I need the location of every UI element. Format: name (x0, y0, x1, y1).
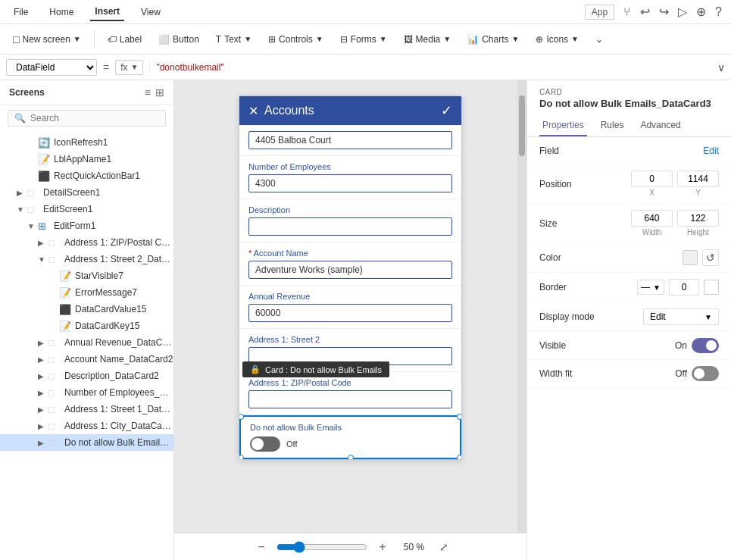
tree-item-editform1[interactable]: ▼ ⊞ EditForm1 (0, 217, 173, 234)
tree-item-annualrevenue[interactable]: ▶ □ Annual Revenue_DataCard2 (0, 334, 173, 351)
tree-chevron: ▶ (38, 339, 48, 347)
icons-button[interactable]: ⊕ Icons ▼ (529, 30, 586, 48)
tree-chevron: ▶ (38, 422, 48, 430)
border-chevron-icon: ▼ (653, 283, 661, 292)
color-reset-icon[interactable]: ↺ (702, 249, 719, 266)
tree-chevron: ▶ (38, 439, 48, 447)
menu-icon-help[interactable]: ? (715, 5, 722, 19)
zoom-slider[interactable] (276, 541, 367, 553)
formula-value[interactable]: "donotbulkemail" (149, 61, 711, 74)
border-color-swatch[interactable] (704, 280, 719, 295)
menu-icon-undo[interactable]: ↩ (640, 5, 650, 19)
zip-input[interactable] (248, 390, 452, 408)
tree-item-address1street1[interactable]: ▶ □ Address 1: Street 1_DataCar (0, 401, 173, 418)
formula-fx-button[interactable]: fx ▼ (115, 60, 143, 75)
list-view-icon[interactable]: ≡ (145, 86, 151, 99)
search-input[interactable] (30, 113, 159, 124)
tree-item-datacardvalue15[interactable]: ⬛ DataCardValue15 (0, 301, 173, 318)
menu-insert[interactable]: Insert (90, 3, 124, 21)
widthfit-toggle[interactable] (692, 366, 719, 381)
grid-view-icon[interactable]: ⊞ (155, 86, 164, 99)
more-button[interactable]: ⌄ (589, 30, 610, 48)
tab-rules[interactable]: Rules (598, 115, 627, 136)
field-label: Field (539, 145, 608, 156)
menu-icon-user[interactable]: ⊕ (696, 5, 706, 19)
tree-label: Address 1: Street 2_DataCar (64, 254, 173, 264)
form-check-icon[interactable]: ✓ (441, 102, 452, 119)
revenue-input[interactable] (248, 304, 452, 322)
label-button[interactable]: 🏷 Label (101, 30, 148, 48)
menu-icon-link[interactable]: ⑂ (623, 5, 631, 19)
screen-icon: □ (27, 187, 41, 199)
tree-item-rectquickactionbar1[interactable]: ⬛ RectQuickActionBar1 (0, 167, 173, 184)
tree-chevron: ▶ (17, 189, 27, 197)
charts-button[interactable]: 📊 Charts ▼ (461, 30, 526, 48)
toggle-switch[interactable] (250, 436, 280, 452)
new-screen-button[interactable]: □ New screen ▼ (6, 30, 88, 49)
field-edit-link[interactable]: Edit (703, 145, 719, 156)
form-close-icon[interactable]: ✕ (248, 104, 258, 118)
search-box: 🔍 (8, 110, 166, 127)
card-icon: □ (48, 254, 62, 265)
menu-home[interactable]: Home (45, 4, 78, 20)
selected-bulk-card[interactable]: Do not allow Bulk Emails Off (239, 415, 461, 459)
formula-equals: = (103, 61, 109, 74)
tree-item-editscreen1[interactable]: ▼ □ EditScreen1 (0, 201, 173, 217)
border-number-input[interactable] (669, 279, 699, 296)
formula-expand-icon[interactable]: ∨ (717, 61, 725, 74)
tree-item-errormessage7[interactable]: 📝 ErrorMessage7 (0, 284, 173, 301)
tree-item-iconrefresh1[interactable]: 🔄 IconRefresh1 (0, 134, 173, 151)
tree-item-detailscreen1[interactable]: ▶ □ DetailScreen1 (0, 184, 173, 201)
size-width-input[interactable] (631, 210, 673, 227)
tab-properties[interactable]: Properties (539, 115, 587, 136)
tree-item-datacardkey15[interactable]: 📝 DataCardKey15 (0, 318, 173, 334)
menu-file[interactable]: File (9, 4, 33, 20)
zoom-plus-button[interactable]: + (373, 540, 392, 554)
employees-input[interactable] (248, 174, 452, 192)
field-selector[interactable]: DataField (6, 59, 97, 76)
description-input[interactable] (248, 217, 452, 236)
tree-item-numberofemployees[interactable]: ▶ □ Number of Employees_Data (0, 384, 173, 401)
form-icon: ⊞ (38, 221, 52, 232)
visible-toggle[interactable] (692, 338, 719, 353)
menu-icon-play[interactable]: ▷ (678, 5, 687, 19)
text-button[interactable]: T Text ▼ (209, 30, 258, 48)
size-height-label: Height (687, 228, 709, 236)
tree-item-lblappname1[interactable]: 📝 LblAppName1 (0, 151, 173, 167)
border-line-icon: — (641, 282, 650, 293)
bulk-emails-section: 🔒 Card : Do not allow Bulk Emails (239, 415, 461, 459)
expand-icon[interactable]: ⤢ (439, 541, 448, 553)
resize-handle-bl[interactable] (239, 455, 244, 460)
zoom-minus-button[interactable]: − (252, 540, 270, 554)
border-style-select[interactable]: — ▼ (637, 280, 664, 295)
button-button[interactable]: ⬜ Button (152, 30, 206, 48)
pos-x-input[interactable] (631, 171, 673, 187)
tree-label: DataCardKey15 (75, 321, 173, 331)
card-label: CARD (527, 80, 731, 98)
resize-handle-tl[interactable] (239, 414, 244, 420)
forms-button[interactable]: ⊟ Forms ▼ (333, 30, 394, 48)
displaymode-select[interactable]: Edit ▼ (643, 308, 719, 325)
pos-y-input[interactable] (677, 171, 719, 187)
tree-item-address1street2[interactable]: ▼ □ Address 1: Street 2_DataCar (0, 251, 173, 267)
resize-handle-br[interactable] (457, 455, 462, 460)
resize-handle-tr[interactable] (457, 414, 462, 420)
controls-button[interactable]: ⊞ Controls ▼ (261, 30, 330, 48)
media-button[interactable]: 🖼 Media ▼ (397, 30, 458, 48)
menu-icon-redo[interactable]: ↪ (659, 5, 669, 19)
border-label: Border (539, 282, 608, 293)
form-address-input[interactable] (248, 131, 452, 149)
resize-handle-bc[interactable] (348, 455, 354, 460)
tree-item-address1city[interactable]: ▶ □ Address 1: City_DataCard2 (0, 418, 173, 434)
tab-advanced[interactable]: Advanced (637, 115, 683, 136)
tree-item-address1zip[interactable]: ▶ □ Address 1: ZIP/Postal Code_ (0, 234, 173, 251)
size-height-input[interactable] (677, 210, 719, 227)
color-swatch[interactable] (683, 250, 698, 265)
tree-item-accountname[interactable]: ▶ □ Account Name_DataCard2 (0, 351, 173, 368)
accountname-input[interactable] (248, 261, 452, 279)
menu-view[interactable]: View (136, 4, 165, 20)
tree-item-description[interactable]: ▶ □ Description_DataCard2 (0, 368, 173, 384)
size-value: Width Height (608, 210, 719, 236)
tree-item-donotallow[interactable]: ▶ □ Do not allow Bulk Emails_D (0, 434, 173, 451)
tree-item-starvisible7[interactable]: 📝 StarVisible7 (0, 267, 173, 284)
